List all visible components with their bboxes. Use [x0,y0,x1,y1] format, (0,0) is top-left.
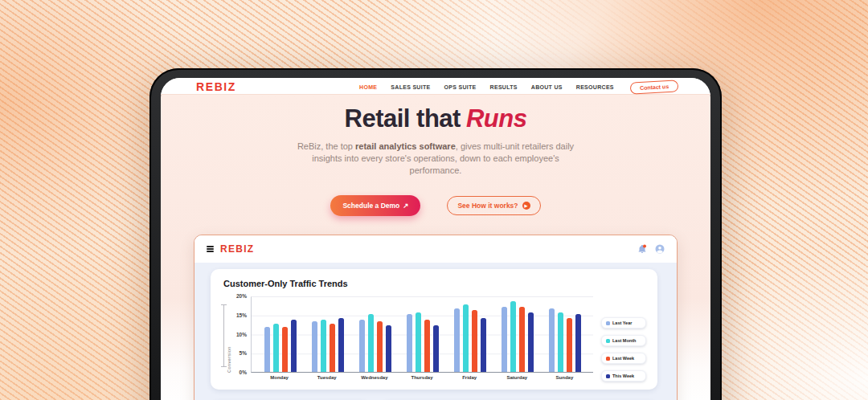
nav-item-sales-suite[interactable]: SALES SUITE [391,84,430,90]
x-tick-label: Wednesday [361,375,387,380]
bar-group [351,297,399,372]
device-screen: REBIZ HOME SALES SUITE OPS SUITE RESULTS… [161,78,710,400]
bar-last-year[interactable] [549,308,555,372]
chart-area: Conversion 20%15%10%5%0% MondayTuesdayWe… [222,296,646,382]
y-tick-label: 20% [233,293,247,299]
x-tick-label: Monday [270,375,289,380]
x-label-slot: Tuesday [303,375,350,380]
x-label-slot: Thursday [398,375,445,380]
y-tick-label: 10% [233,332,247,337]
legend-swatch [606,339,610,343]
bar-last-week[interactable] [282,327,288,372]
bar-group [304,297,351,372]
device-frame: REBIZ HOME SALES SUITE OPS SUITE RESULTS… [149,68,722,400]
dashboard-preview: REBIZ Customer-Only Traffic Trends [194,235,678,400]
bar-group [399,297,446,372]
bar-last-year[interactable] [264,327,270,372]
bar-this-week[interactable] [575,314,581,372]
y-tick-label: 15% [233,312,247,318]
x-labels: MondayTuesdayWednesdayThursdayFridaySatu… [251,373,593,380]
legend-swatch [606,374,610,378]
bar-this-week[interactable] [338,318,344,372]
dashboard-header-icons [637,244,665,254]
bar-this-week[interactable] [433,325,439,372]
hero-description: ReBiz, the top retail analytics software… [285,141,586,177]
bar-group [541,297,588,372]
bar-last-week[interactable] [330,324,335,372]
x-tick-label: Tuesday [317,375,337,380]
nav-links: HOME SALES SUITE OPS SUITE RESULTS ABOUT… [359,84,614,90]
x-label-slot: Sunday [541,375,588,380]
hero-description-bold: retail analytics software [355,141,456,151]
traffic-trends-card: Customer-Only Traffic Trends Conversion … [211,269,657,390]
bar-last-week[interactable] [519,307,525,372]
legend-item[interactable]: Last Year [601,317,646,329]
x-label-slot: Monday [256,375,303,380]
bar-this-week[interactable] [481,318,486,372]
x-tick-label: Thursday [411,375,432,380]
hamburger-menu-icon[interactable] [207,246,214,252]
arrow-up-right-icon: ↗ [403,202,408,210]
bar-last-month[interactable] [321,320,326,372]
y-tick-label: 5% [233,350,247,356]
x-label-slot: Friday [446,375,493,380]
legend-item[interactable]: Last Week [601,353,646,364]
nav-item-ops-suite[interactable]: OPS SUITE [444,84,477,90]
chart-legend: Last YearLast MonthLast WeekThis Week [601,317,646,382]
dashboard-header: REBIZ [194,235,677,263]
bar-last-month[interactable] [558,312,563,372]
notification-dot [643,245,646,248]
bar-last-week[interactable] [472,310,477,372]
bar-last-week[interactable] [424,320,430,372]
bar-last-year[interactable] [359,320,365,372]
legend-label: This Week [612,373,634,378]
plot-column: MondayTuesdayWednesdayThursdayFridaySatu… [251,296,593,380]
bar-this-week[interactable] [528,312,534,372]
bar-last-year[interactable] [502,307,507,372]
nav-item-home[interactable]: HOME [359,84,377,90]
site-navbar: REBIZ HOME SALES SUITE OPS SUITE RESULTS… [161,78,710,95]
bar-last-year[interactable] [454,308,460,372]
y-tick-label: 0% [233,369,247,375]
nav-item-resources[interactable]: RESOURCES [576,84,614,90]
bar-this-week[interactable] [386,325,391,372]
user-avatar-icon[interactable] [655,244,665,254]
contact-us-button[interactable]: Contact us [629,80,678,94]
x-tick-label: Saturday [506,375,527,380]
hero-section: Retail thatRuns ReBiz, the top retail an… [161,95,710,216]
bar-last-month[interactable] [463,304,469,372]
x-label-slot: Saturday [493,375,541,380]
bar-group [446,297,493,372]
legend-label: Last Year [612,320,632,325]
x-tick-label: Friday [462,375,477,380]
hero-buttons: Schedule a Demo ↗ See How it works? ▶ [161,195,710,216]
legend-swatch [606,321,610,325]
legend-item[interactable]: Last Month [601,335,646,346]
legend-label: Last Month [612,338,636,343]
notification-bell-icon[interactable] [637,244,647,254]
x-label-slot: Wednesday [350,375,398,380]
bar-last-month[interactable] [416,312,421,372]
bar-last-month[interactable] [368,314,374,372]
bar-this-week[interactable] [291,320,297,372]
hero-title-main: Retail that [345,104,461,133]
nav-item-results[interactable]: RESULTS [490,84,518,90]
bar-last-month[interactable] [273,324,279,372]
bar-last-month[interactable] [510,301,516,372]
bar-group [256,297,304,372]
bar-group [493,297,541,372]
bar-last-year[interactable] [312,321,317,372]
bar-last-week[interactable] [567,318,572,372]
bar-last-week[interactable] [377,321,383,372]
hero-title: Retail thatRuns [161,104,710,133]
nav-item-about-us[interactable]: ABOUT US [531,84,563,90]
legend-item[interactable]: This Week [601,370,646,382]
axis-dimension-line [223,304,224,367]
schedule-demo-button[interactable]: Schedule a Demo ↗ [330,195,420,216]
bar-last-year[interactable] [407,314,412,372]
y-axis-title: Conversion [227,296,231,373]
see-how-it-works-button[interactable]: See How it works? ▶ [447,196,540,215]
play-icon: ▶ [522,202,530,210]
chart-title: Customer-Only Traffic Trends [223,279,646,288]
legend-swatch [606,357,610,361]
